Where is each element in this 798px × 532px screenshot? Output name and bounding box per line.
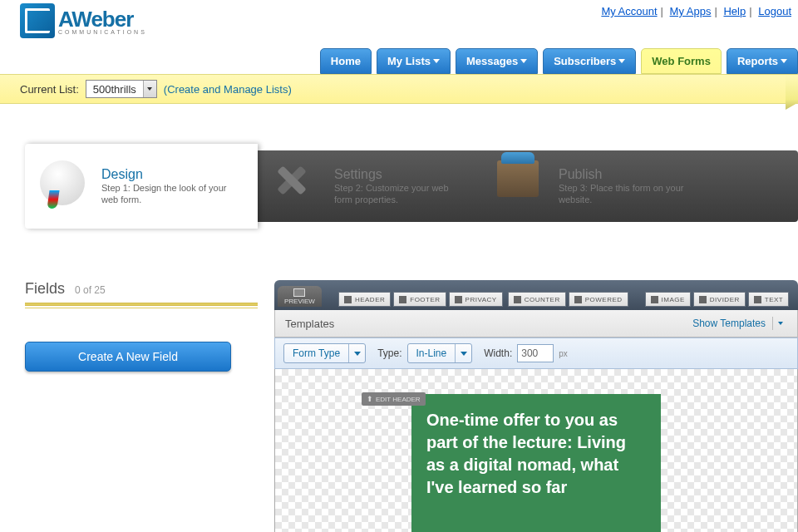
text-icon: [754, 296, 761, 303]
powered-icon: [574, 296, 582, 303]
manage-lists-link[interactable]: (Create and Manage Lists): [164, 83, 292, 96]
templates-bar: Templates Show Templates: [274, 310, 798, 337]
tool-powered-button[interactable]: POWERED: [569, 292, 628, 307]
main-nav: Home My Lists Messages Subscribers Web F…: [0, 38, 798, 74]
tool-footer-button[interactable]: FOOTER: [393, 292, 446, 307]
tool-privacy-button[interactable]: PRIVACY: [449, 292, 503, 307]
form-headline: One-time offer to you as part of the lec…: [426, 409, 646, 499]
templates-dropdown-toggle[interactable]: [772, 317, 787, 330]
current-list-select[interactable]: 500thrills: [86, 80, 157, 98]
caret-down-icon: [520, 59, 527, 63]
brand-sub: COMMUNICATIONS: [58, 29, 147, 35]
form-steps: Design Step 1: Design the look of your w…: [25, 150, 798, 222]
show-templates-link[interactable]: Show Templates: [692, 318, 766, 329]
nav-subscribers[interactable]: Subscribers: [543, 48, 636, 74]
chevron-down-icon: [455, 344, 471, 362]
caret-down-icon: [618, 59, 625, 63]
divider-icon: [699, 296, 707, 303]
preview-icon: [293, 288, 305, 297]
nav-web-forms[interactable]: Web Forms: [641, 48, 722, 74]
width-label: Width:: [484, 347, 512, 359]
width-unit: px: [559, 349, 568, 358]
logout-link[interactable]: Logout: [758, 5, 791, 17]
form-preview[interactable]: One-time offer to you as part of the lec…: [411, 394, 661, 532]
step-publish-title: Publish: [559, 167, 692, 182]
tool-divider-button[interactable]: DIVIDER: [693, 292, 746, 307]
logo-icon: [20, 3, 55, 38]
step-design-desc: Step 1: Design the look of your web form…: [101, 182, 234, 206]
form-type-select[interactable]: Form Type: [283, 343, 366, 363]
help-link[interactable]: Help: [723, 5, 746, 17]
current-list-label: Current List:: [20, 83, 79, 96]
paint-bucket-icon: [40, 160, 91, 212]
editor-toolbar: PREVIEW HEADER FOOTER PRIVACY COUNTER PO…: [274, 280, 798, 310]
width-input[interactable]: [517, 344, 554, 362]
logo[interactable]: AWeber COMMUNICATIONS: [20, 3, 147, 38]
current-list-value: 500thrills: [86, 83, 143, 96]
caret-down-icon: [781, 59, 787, 63]
step-publish[interactable]: Publish Step 3: Place this form on your …: [482, 150, 707, 222]
step-settings-title: Settings: [334, 167, 467, 182]
templates-label: Templates: [285, 318, 334, 330]
tool-counter-button[interactable]: COUNTER: [508, 292, 566, 307]
tool-image-button[interactable]: IMAGE: [645, 292, 691, 307]
fields-title: Fields: [25, 280, 65, 298]
current-list-bar: Current List: 500thrills (Create and Man…: [0, 74, 798, 104]
wrench-icon: [273, 160, 324, 212]
display-type-select[interactable]: In-Line: [407, 343, 473, 363]
fields-sidebar: Fields 0 of 25 Create A New Field: [25, 280, 258, 532]
top-links: My Account| My Apps| Help| Logout: [601, 3, 791, 17]
box-icon: [497, 160, 549, 212]
tool-header-button[interactable]: HEADER: [338, 292, 391, 307]
nav-home[interactable]: Home: [320, 48, 372, 74]
nav-messages[interactable]: Messages: [456, 48, 538, 74]
step-settings-desc: Step 2: Customize your web form properti…: [334, 182, 467, 206]
type-label: Type:: [377, 347, 401, 359]
form-editor: PREVIEW HEADER FOOTER PRIVACY COUNTER PO…: [274, 280, 798, 532]
nav-my-lists[interactable]: My Lists: [377, 48, 451, 74]
arrow-down-icon: [399, 296, 406, 303]
check-icon: [455, 296, 462, 303]
image-icon: [651, 296, 658, 303]
preview-tab[interactable]: PREVIEW: [278, 286, 322, 307]
tool-text-button[interactable]: TEXT: [748, 292, 789, 307]
fields-count: 0 of 25: [75, 284, 106, 296]
caret-down-icon: [433, 59, 440, 63]
step-settings[interactable]: Settings Step 2: Customize your web form…: [258, 150, 482, 222]
chevron-down-icon: [348, 344, 365, 362]
counter-icon: [514, 296, 521, 303]
nav-reports[interactable]: Reports: [727, 48, 798, 74]
chevron-down-icon: [143, 81, 156, 97]
step-design[interactable]: Design Step 1: Design the look of your w…: [25, 144, 258, 229]
create-new-field-button[interactable]: Create A New Field: [25, 342, 231, 372]
arrow-down-icon: [344, 296, 352, 303]
form-canvas[interactable]: EDIT HEADER One-time offer to you as par…: [274, 369, 798, 532]
form-options-bar: Form Type Type: In-Line Width: px: [274, 337, 798, 369]
my-account-link[interactable]: My Account: [601, 5, 657, 17]
step-design-title: Design: [101, 167, 234, 182]
edit-header-tag[interactable]: EDIT HEADER: [362, 392, 426, 406]
step-publish-desc: Step 3: Place this form on your website.: [559, 182, 692, 206]
my-apps-link[interactable]: My Apps: [670, 5, 712, 17]
